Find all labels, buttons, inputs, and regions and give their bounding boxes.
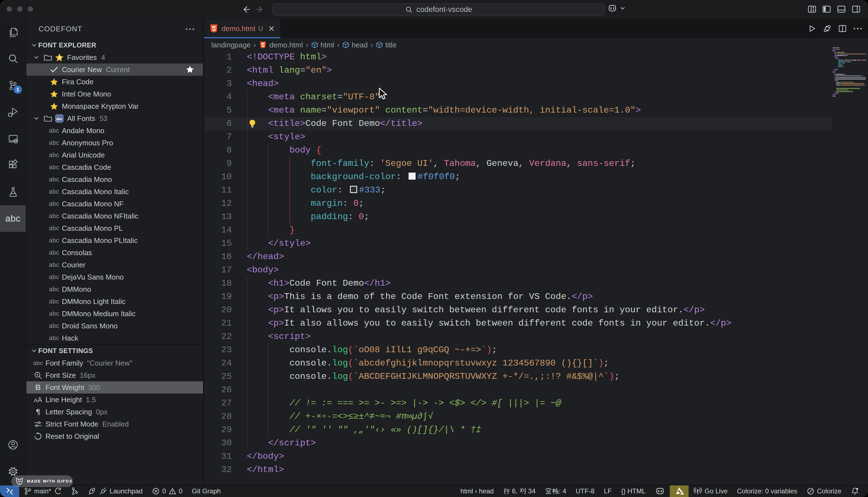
minimap-line	[833, 72, 866, 73]
code-text: // '" '' "" ‚„'"‹› «» ()[]{}/|\ * †‡	[247, 423, 481, 437]
font-item-cascadia-mono-pl[interactable]: abcCascadia Mono PL	[26, 222, 203, 235]
activity-bar-item-accounts[interactable]	[0, 431, 26, 458]
setting-row-font-family[interactable]: abcFont Family"Courier New"	[26, 357, 203, 369]
code-line-25: 25 console.log(`ABCDEFGHIJKLMNOPQRSTUVWX…	[204, 370, 868, 383]
font-item-cascadia-mono-nf[interactable]: abcCascadia Mono NF	[26, 198, 203, 210]
sidebar-codefont: CODEFONT FONT EXPLORER Favorites4Courier…	[26, 19, 204, 485]
breadcrumb-item-html[interactable]: html	[311, 41, 334, 49]
activity-bar-item-search[interactable]	[0, 45, 26, 72]
activity-bar-item-remote-explorer[interactable]	[0, 125, 26, 152]
tree-folder-favorites[interactable]: Favorites4	[26, 51, 203, 63]
setting-row-line-height[interactable]: AALine Height1.5	[26, 394, 203, 406]
zoom-window-button[interactable]	[28, 6, 33, 12]
status-problems[interactable]: 00	[147, 485, 187, 497]
code-line-1: 1<!DOCTYPE html>	[204, 51, 868, 64]
close-tab-button[interactable]	[268, 25, 275, 32]
status-cursor-position[interactable]: 6, 34	[498, 485, 540, 497]
status-notifications[interactable]	[846, 485, 864, 497]
font-item-monaspace-krypton-var[interactable]: Monaspace Krypton Var	[26, 100, 203, 112]
go-back-button[interactable]	[241, 3, 251, 16]
status-git-graph[interactable]: Git Graph	[187, 485, 226, 497]
section-font-explorer[interactable]: FONT EXPLORER	[26, 39, 203, 51]
customize-layout-button[interactable]	[807, 4, 817, 14]
status-encoding[interactable]: UTF-8	[571, 485, 599, 497]
status-git-branch[interactable]: main*	[19, 485, 67, 497]
minimize-window-button[interactable]	[17, 6, 23, 12]
status-remote-indicator[interactable]	[0, 485, 19, 497]
go-forward-button[interactable]	[255, 3, 265, 16]
setting-row-font-weight[interactable]: BFont Weight300	[26, 381, 203, 394]
status-bar: main*Launchpad00Git Graph html › head 6,…	[0, 485, 868, 497]
status-eol[interactable]: LF	[599, 485, 616, 497]
font-item-dmmono-medium-italic[interactable]: abcDMMono Medium Italic	[26, 308, 203, 320]
status-colorize-variables[interactable]: Colorize: 0 variables	[732, 485, 802, 497]
status-copilot-status[interactable]	[650, 485, 670, 497]
font-item-fira-code[interactable]: Fira Code	[26, 76, 203, 88]
status-go-live[interactable]: Go Live	[688, 485, 732, 497]
toggle-panel-button[interactable]	[837, 4, 846, 14]
command-center[interactable]: codefont-vscode	[273, 4, 605, 16]
status-language-mode[interactable]: {} HTML	[616, 485, 650, 497]
font-item-consolas[interactable]: abcConsolas	[26, 246, 203, 259]
activity-bar-item-extensions[interactable]	[0, 152, 26, 179]
sidebar-more-actions-button[interactable]	[185, 27, 195, 31]
status-focused-element[interactable]: html › head	[456, 485, 498, 497]
status-colorize[interactable]: Colorize	[802, 485, 846, 497]
breadcrumb-item-title[interactable]: title	[376, 41, 396, 49]
font-item-courier-new[interactable]: Courier NewCurrent	[26, 63, 203, 76]
tree-folder-all-fonts[interactable]: abcAll Fonts53	[26, 112, 203, 125]
account-icon	[6, 438, 20, 452]
more-actions-button[interactable]	[853, 24, 863, 33]
color-chip-light[interactable]	[409, 172, 416, 180]
toggle-secondary-sidebar-button[interactable]	[851, 4, 861, 14]
split-editor-button[interactable]	[838, 24, 847, 33]
font-item-cascadia-mono-italic[interactable]: abcCascadia Mono Italic	[26, 186, 203, 198]
activity-bar-item-explorer[interactable]	[0, 19, 26, 45]
close-window-button[interactable]	[6, 6, 12, 12]
minimap[interactable]	[833, 47, 866, 485]
font-item-arial-unicode[interactable]: abcArial Unicode	[26, 149, 203, 161]
run-button[interactable]	[807, 24, 817, 33]
breadcrumb-item-landingpage[interactable]: landingpage	[211, 41, 251, 49]
font-item-cascadia-mono[interactable]: abcCascadia Mono	[26, 173, 203, 186]
breadcrumb-item-demo-html[interactable]: demo.html	[259, 40, 303, 49]
status-launchpad[interactable]: Launchpad	[83, 485, 147, 497]
code-text: <style>	[247, 130, 305, 144]
activity-bar-item-codefont[interactable]: abc	[0, 205, 26, 232]
favorite-star-icon[interactable]	[186, 66, 194, 73]
activity-bar-item-run-debug[interactable]	[0, 99, 26, 125]
font-item-courier[interactable]: abcCourier	[26, 259, 203, 271]
font-item-droid-sans-mono[interactable]: abcDroid Sans Mono	[26, 320, 203, 332]
setting-row-reset-to-original[interactable]: Reset to Original	[26, 430, 203, 442]
font-item-anonymous-pro[interactable]: abcAnonymous Pro	[26, 137, 203, 149]
compare-changes-button[interactable]	[823, 24, 832, 33]
activity-bar-item-testing[interactable]	[0, 179, 26, 205]
font-item-cascadia-code[interactable]: abcCascadia Code	[26, 161, 203, 173]
tab-demo-html[interactable]: demo.html U	[204, 19, 281, 38]
setting-row-letter-spacing[interactable]: ¶Letter Spacing0px	[26, 406, 203, 418]
activity-bar-item-source-control[interactable]: 1	[0, 72, 26, 99]
color-chip-dark[interactable]	[350, 186, 357, 193]
breadcrumb-item-head[interactable]: head	[342, 41, 368, 49]
font-item-dejavu-sans-mono[interactable]: abcDejaVu Sans Mono	[26, 271, 203, 283]
setting-row-font-size[interactable]: Font Size16px	[26, 369, 203, 381]
toggle-primary-sidebar-button[interactable]	[822, 4, 831, 14]
code-editor[interactable]: 1<!DOCTYPE html>2<html lang="en">3<head>…	[204, 51, 868, 485]
font-item-dmmono[interactable]: abcDMMono	[26, 283, 203, 295]
line-number: 3	[204, 77, 232, 90]
font-item-cascadia-mono-nfitalic[interactable]: abcCascadia Mono NFItalic	[26, 210, 203, 222]
code-line-12: 12 margin: 0;	[204, 197, 868, 210]
font-item-andale-mono[interactable]: abcAndale Mono	[26, 125, 203, 137]
lightbulb-icon[interactable]	[248, 119, 257, 128]
setting-row-strict-font-mode[interactable]: Strict Font ModeEnabled	[26, 418, 203, 430]
status-indentation[interactable]: : 4	[540, 485, 571, 497]
copilot-menu[interactable]	[607, 4, 626, 13]
line-height-icon: AA	[33, 396, 43, 404]
font-item-hack[interactable]: abcHack	[26, 332, 203, 344]
section-font-settings[interactable]: FONT SETTINGS	[26, 345, 203, 357]
status-extension-badge[interactable]	[670, 485, 688, 497]
font-item-cascadia-mono-plitalic[interactable]: abcCascadia Mono PLItalic	[26, 235, 203, 246]
font-item-intel-one-mono[interactable]: Intel One Mono	[26, 88, 203, 100]
status-source-control-graph[interactable]	[67, 485, 83, 497]
font-item-dmmono-light-italic[interactable]: abcDMMono Light Italic	[26, 295, 203, 308]
